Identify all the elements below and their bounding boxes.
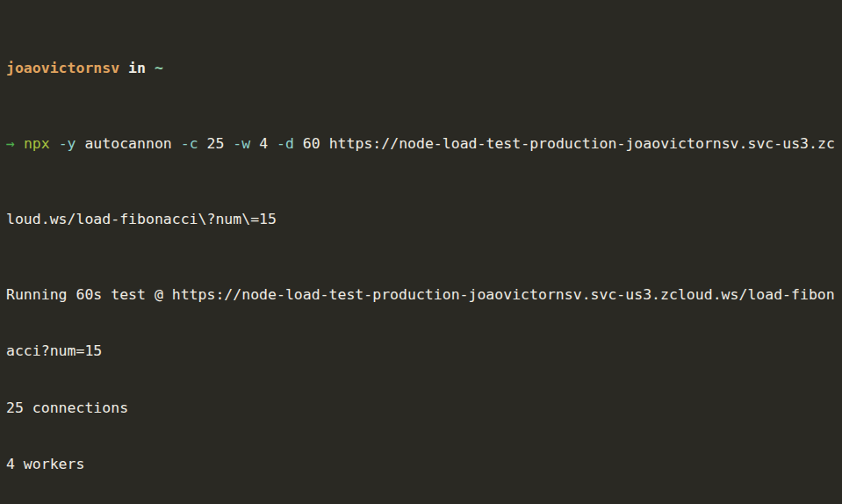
command-val-d: 60 <box>303 135 320 152</box>
command-flag-y: -y <box>59 135 76 152</box>
prompt-username: joaovictornsv <box>6 60 119 76</box>
command-url-part1: https://node-load-test-production-joaovi… <box>329 135 835 152</box>
command-val-c: 25 <box>207 135 225 152</box>
prompt-directory: ~ <box>155 60 163 76</box>
workers-line: 4 workers <box>6 455 842 474</box>
running-line: Running 60s test @ https://node-load-tes… <box>6 285 842 305</box>
prompt-separator: in <box>128 60 146 76</box>
command-flag-d: -d <box>277 135 294 152</box>
command-flag-w: -w <box>233 135 250 152</box>
command-val-w: 4 <box>259 135 268 152</box>
prompt-line: joaovictornsv in ~ <box>6 59 842 78</box>
prompt-arrow-icon: → <box>6 135 15 152</box>
command-flag-c: -c <box>181 135 198 152</box>
connections-line: 25 connections <box>6 399 842 418</box>
command-line: → npx -y autocannon -c 25 -w 4 -d 60 htt… <box>6 134 842 154</box>
terminal[interactable]: joaovictornsv in ~ → npx -y autocannon -… <box>0 0 842 504</box>
command-url-wrap: loud.ws/load-fibonacci\?num\=15 <box>6 210 842 229</box>
command-binary: npx <box>24 135 50 152</box>
running-line-wrap: acci?num=15 <box>6 342 842 361</box>
command-package: autocannon <box>84 135 171 152</box>
